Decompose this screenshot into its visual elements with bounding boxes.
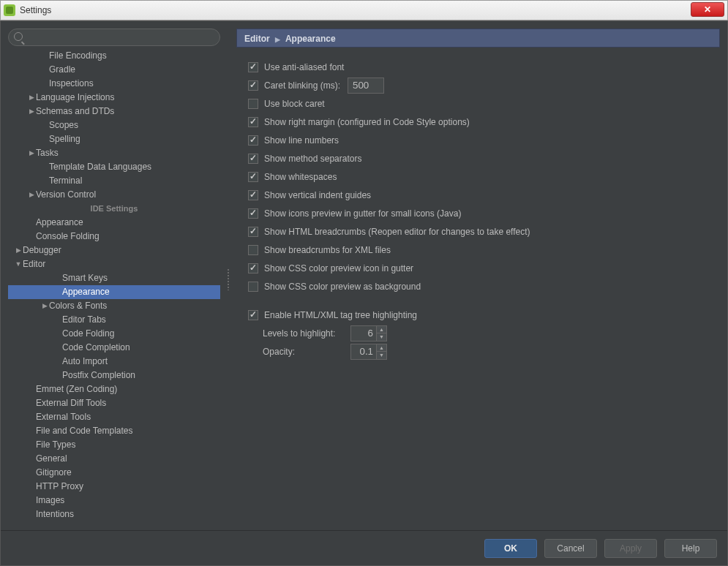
checkbox-block_caret[interactable]: [248, 99, 258, 109]
window-titlebar: Settings ✕: [0, 0, 728, 20]
settings-tree[interactable]: File EncodingsGradleInspections▶Language…: [8, 49, 220, 530]
tree-item[interactable]: Terminal: [8, 174, 220, 188]
spinner-down-icon[interactable]: ▼: [377, 352, 386, 359]
tree-item-label: Template Data Languages: [49, 160, 151, 174]
tree-item[interactable]: ▶Schemas and DTDs: [8, 105, 220, 118]
tree-item[interactable]: File and Code Templates: [8, 424, 220, 438]
checkbox-right_margin[interactable]: [248, 117, 258, 127]
tree-item-label: Postfix Completion: [62, 369, 135, 382]
checkbox-method_sep[interactable]: [248, 154, 258, 164]
option-label: Show whitespaces: [264, 172, 337, 182]
tree-item[interactable]: Code Folding: [8, 327, 220, 341]
main-area: File EncodingsGradleInspections▶Language…: [1, 21, 727, 530]
tree-item[interactable]: Console Folding: [8, 230, 220, 244]
tree-item-label: Scopes: [49, 118, 78, 132]
tree-item[interactable]: Auto Import: [8, 355, 220, 369]
tree-item[interactable]: Inspections: [8, 77, 220, 91]
checkbox-css_bg[interactable]: [248, 282, 258, 292]
tree-item[interactable]: Appearance: [8, 285, 220, 299]
breadcrumb-current: Appearance: [285, 34, 336, 44]
checkbox-tag_tree[interactable]: [248, 310, 258, 320]
search-wrap: [8, 29, 220, 46]
tree-item-label: Schemas and DTDs: [36, 105, 114, 118]
tree-item-label: Intentions: [36, 507, 74, 521]
levels-input[interactable]: [351, 326, 376, 341]
spinner-down-icon[interactable]: ▼: [377, 333, 386, 341]
option-label: Show icons preview in gutter for small i…: [264, 208, 461, 219]
tree-item[interactable]: ▶Debugger: [8, 244, 220, 257]
checkbox-icons_gutter[interactable]: [248, 208, 258, 219]
settings-search-input[interactable]: [8, 29, 220, 46]
tree-item[interactable]: External Diff Tools: [8, 396, 220, 410]
checkbox-line_numbers[interactable]: [248, 135, 258, 146]
opacity-spinner[interactable]: ▲▼: [350, 344, 387, 360]
option-label: Use anti-aliased font: [264, 62, 344, 72]
tree-item[interactable]: ▶Language Injections: [8, 91, 220, 105]
opacity-input[interactable]: [351, 344, 376, 359]
window-close-button[interactable]: ✕: [691, 2, 724, 17]
option-label: Show method separators: [264, 154, 361, 164]
tree-item[interactable]: ▶Colors & Fonts: [8, 299, 220, 313]
dialog-body: File EncodingsGradleInspections▶Language…: [0, 20, 728, 566]
tree-item[interactable]: ▶Tasks: [8, 146, 220, 160]
tree-item-label: Auto Import: [62, 355, 108, 369]
checkbox-caret_blinking[interactable]: [248, 80, 258, 91]
chevron-right-icon: ▶: [275, 36, 280, 43]
option-row: Show line numbers: [248, 131, 708, 149]
option-row: Show vertical indent guides: [248, 186, 708, 204]
tree-item[interactable]: Scopes: [8, 118, 220, 132]
tree-item-label: Inspections: [49, 77, 94, 91]
checkbox-indent_guides[interactable]: [248, 190, 258, 200]
tree-item[interactable]: Code Completion: [8, 341, 220, 355]
checkbox-html_breadcrumbs[interactable]: [248, 227, 258, 237]
tree-item[interactable]: File Encodings: [8, 49, 220, 63]
option-row: Levels to highlight:▲▼: [248, 324, 708, 342]
spinner-up-icon[interactable]: ▲: [377, 326, 386, 334]
tree-item[interactable]: ▼Editor: [8, 257, 220, 271]
tree-item[interactable]: Intentions: [8, 507, 220, 521]
tree-item[interactable]: Gradle: [8, 63, 220, 77]
tree-item-label: HTTP Proxy: [36, 480, 83, 494]
tree-item-label: Gradle: [49, 63, 75, 77]
option-label: Show CSS color preview icon in gutter: [264, 263, 413, 273]
checkbox-whitespaces[interactable]: [248, 172, 258, 182]
tree-item[interactable]: Spelling: [8, 132, 220, 146]
tree-item[interactable]: ▶Version Control: [8, 188, 220, 202]
tree-section-heading: IDE Settings: [8, 202, 220, 216]
tree-item[interactable]: Editor Tabs: [8, 313, 220, 327]
option-label: Enable HTML/XML tag tree highlighting: [264, 310, 417, 320]
option-label: Show CSS color preview as background: [264, 282, 421, 292]
checkbox-antialiased[interactable]: [248, 62, 258, 72]
tree-item-label: Editor Tabs: [62, 313, 106, 327]
levels-spinner[interactable]: ▲▼: [350, 325, 387, 342]
tree-item-label: Code Folding: [62, 327, 114, 341]
tree-item[interactable]: Emmet (Zen Coding): [8, 382, 220, 396]
tree-item[interactable]: File Types: [8, 438, 220, 452]
spinner-up-icon[interactable]: ▲: [377, 344, 386, 352]
tree-item[interactable]: Appearance: [8, 216, 220, 230]
tree-item[interactable]: General: [8, 452, 220, 466]
tree-item[interactable]: Gitignore: [8, 466, 220, 480]
splitter[interactable]: [226, 29, 230, 530]
settings-content: Use anti-aliased fontCaret blinking (ms)…: [236, 48, 720, 530]
option-label: Show breadcrumbs for XML files: [264, 245, 391, 255]
tree-item[interactable]: HTTP Proxy: [8, 480, 220, 494]
caret_blinking-input[interactable]: [348, 78, 384, 94]
checkbox-xml_breadcrumbs[interactable]: [248, 245, 258, 255]
tree-item[interactable]: Images: [8, 494, 220, 507]
option-row: Opacity:▲▼: [248, 342, 708, 361]
checkbox-css_gutter[interactable]: [248, 263, 258, 273]
tree-item[interactable]: Template Data Languages: [8, 160, 220, 174]
chevron-right-icon: ▶: [27, 146, 36, 160]
tree-item[interactable]: Postfix Completion: [8, 369, 220, 382]
ok-button[interactable]: OK: [484, 539, 537, 558]
cancel-button[interactable]: Cancel: [544, 539, 597, 558]
help-button[interactable]: Help: [664, 539, 717, 558]
apply-button[interactable]: Apply: [604, 539, 657, 558]
tree-item-label: Tasks: [36, 146, 59, 160]
tree-item[interactable]: Smart Keys: [8, 271, 220, 285]
tree-item-label: Appearance: [36, 216, 83, 230]
option-row: Show icons preview in gutter for small i…: [248, 204, 708, 222]
tree-item-label: Gitignore: [36, 466, 72, 480]
tree-item[interactable]: External Tools: [8, 410, 220, 424]
